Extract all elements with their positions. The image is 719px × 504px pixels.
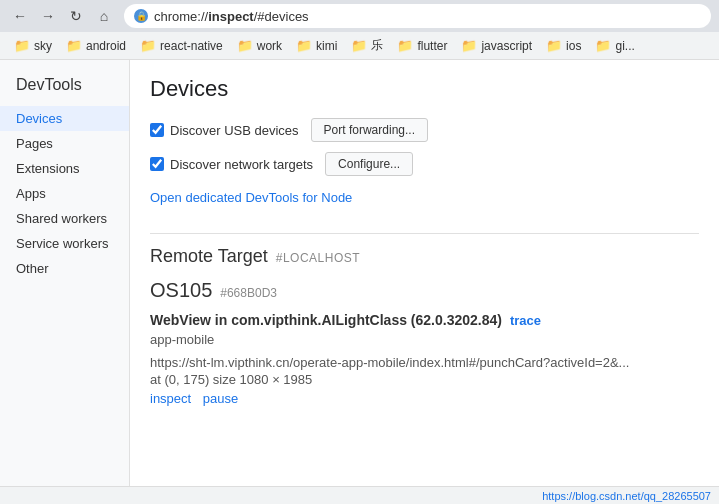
trace-link[interactable]: trace — [510, 313, 541, 328]
bookmark-label: gi... — [615, 39, 634, 53]
bookmark-label: react-native — [160, 39, 223, 53]
usb-checkbox[interactable] — [150, 123, 164, 137]
inspect-link[interactable]: inspect — [150, 391, 191, 406]
status-bar: https://blog.csdn.net/qq_28265507 — [0, 486, 719, 504]
sidebar-item-apps[interactable]: Apps — [0, 181, 129, 206]
open-devtools-link[interactable]: Open dedicated DevTools for Node — [150, 190, 352, 205]
folder-icon: 📁 — [351, 38, 367, 53]
bookmark-gi[interactable]: 📁 gi... — [589, 36, 640, 55]
device-name: OS105 #668B0D3 — [150, 279, 699, 302]
app-info-row: app-mobile https://sht-lm.vipthink.cn/op… — [150, 332, 699, 370]
configure-button[interactable]: Configure... — [325, 152, 413, 176]
folder-icon: 📁 — [595, 38, 611, 53]
folder-icon: 📁 — [296, 38, 312, 53]
sidebar-item-devices[interactable]: Devices — [0, 106, 129, 131]
back-button[interactable]: ← — [8, 4, 32, 28]
bookmark-label: javascript — [481, 39, 532, 53]
network-label-text: Discover network targets — [170, 157, 313, 172]
bookmark-label: kimi — [316, 39, 337, 53]
webview-title: WebView in com.vipthink.AILightClass (62… — [150, 312, 699, 328]
sidebar-item-pages[interactable]: Pages — [0, 131, 129, 156]
bookmark-label: sky — [34, 39, 52, 53]
webview-title-text: WebView in com.vipthink.AILightClass (62… — [150, 312, 502, 328]
action-links: inspect pause — [150, 391, 699, 406]
sidebar-item-shared-workers[interactable]: Shared workers — [0, 206, 129, 231]
device-name-text: OS105 — [150, 279, 212, 302]
remote-target-label: Remote Target — [150, 246, 268, 267]
content-area: Devices Discover USB devices Port forwar… — [130, 60, 719, 504]
remote-target-heading: Remote Target #LOCALHOST — [150, 246, 699, 267]
sidebar-item-extensions[interactable]: Extensions — [0, 156, 129, 181]
sidebar-item-service-workers[interactable]: Service workers — [0, 231, 129, 256]
nav-buttons: ← → ↻ ⌂ — [8, 4, 116, 28]
address-text: chrome://inspect/#devices — [154, 9, 309, 24]
bookmark-sky[interactable]: 📁 sky — [8, 36, 58, 55]
folder-icon: 📁 — [140, 38, 156, 53]
section-divider — [150, 233, 699, 234]
devtools-title: DevTools — [0, 68, 129, 106]
bookmark-android[interactable]: 📁 android — [60, 36, 132, 55]
folder-icon: 📁 — [461, 38, 477, 53]
device-id: #668B0D3 — [220, 286, 277, 300]
sidebar-item-other[interactable]: Other — [0, 256, 129, 281]
app-label: app-mobile — [150, 332, 214, 347]
favicon: 🔒 — [134, 9, 148, 23]
page-title: Devices — [150, 76, 699, 102]
home-button[interactable]: ⌂ — [92, 4, 116, 28]
folder-icon: 📁 — [237, 38, 253, 53]
bookmark-le[interactable]: 📁 乐 — [345, 35, 389, 56]
forward-button[interactable]: → — [36, 4, 60, 28]
network-label[interactable]: Discover network targets — [150, 157, 313, 172]
main-layout: DevTools Devices Pages Extensions Apps S… — [0, 60, 719, 504]
bookmark-label: 乐 — [371, 37, 383, 54]
usb-label-text: Discover USB devices — [170, 123, 299, 138]
remote-target-hash: #LOCALHOST — [276, 251, 360, 265]
app-coords: at (0, 175) size 1080 × 1985 — [150, 372, 699, 387]
bookmark-flutter[interactable]: 📁 flutter — [391, 36, 453, 55]
bookmark-label: android — [86, 39, 126, 53]
bookmark-label: ios — [566, 39, 581, 53]
bookmarks-bar: 📁 sky 📁 android 📁 react-native 📁 work 📁 … — [0, 32, 719, 60]
bookmark-label: work — [257, 39, 282, 53]
titlebar: ← → ↻ ⌂ 🔒 chrome://inspect/#devices — [0, 0, 719, 32]
status-url: https://blog.csdn.net/qq_28265507 — [542, 490, 711, 502]
usb-option-row: Discover USB devices Port forwarding... — [150, 118, 699, 142]
network-option-row: Discover network targets Configure... — [150, 152, 699, 176]
folder-icon: 📁 — [14, 38, 30, 53]
bookmark-work[interactable]: 📁 work — [231, 36, 288, 55]
folder-icon: 📁 — [546, 38, 562, 53]
sidebar: DevTools Devices Pages Extensions Apps S… — [0, 60, 130, 504]
pause-link[interactable]: pause — [203, 391, 238, 406]
port-forwarding-button[interactable]: Port forwarding... — [311, 118, 428, 142]
bookmark-kimi[interactable]: 📁 kimi — [290, 36, 343, 55]
bookmark-ios[interactable]: 📁 ios — [540, 36, 587, 55]
usb-label[interactable]: Discover USB devices — [150, 123, 299, 138]
folder-icon: 📁 — [397, 38, 413, 53]
reload-button[interactable]: ↻ — [64, 4, 88, 28]
network-checkbox[interactable] — [150, 157, 164, 171]
address-bar[interactable]: 🔒 chrome://inspect/#devices — [124, 4, 711, 28]
bookmark-react-native[interactable]: 📁 react-native — [134, 36, 229, 55]
bookmark-label: flutter — [417, 39, 447, 53]
bookmark-javascript[interactable]: 📁 javascript — [455, 36, 538, 55]
app-url: https://sht-lm.vipthink.cn/operate-app-m… — [150, 355, 629, 370]
folder-icon: 📁 — [66, 38, 82, 53]
